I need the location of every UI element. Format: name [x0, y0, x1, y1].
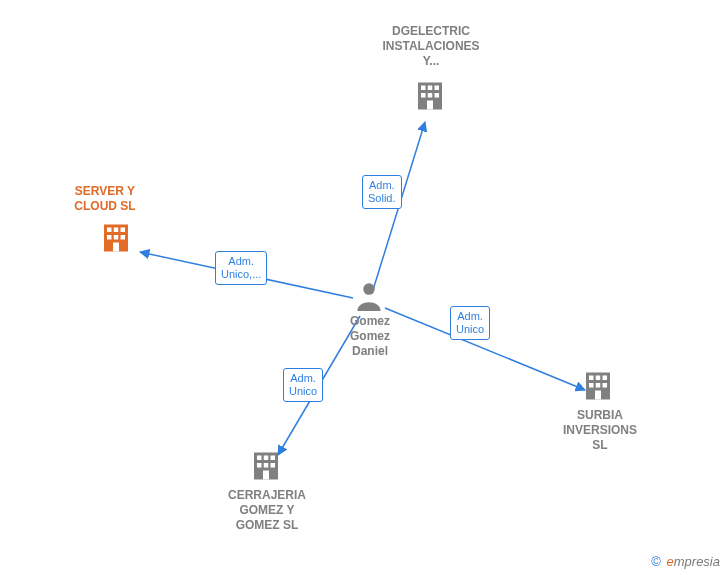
svg-rect-20: [603, 376, 608, 381]
svg-rect-27: [264, 456, 269, 461]
svg-rect-18: [589, 376, 594, 381]
node-right-label: SURBIA INVERSIONS SL: [555, 408, 645, 453]
brand-logo: empresia: [667, 554, 720, 569]
svg-rect-15: [121, 235, 126, 240]
node-left-label: SERVER Y CLOUD SL: [60, 184, 150, 214]
building-icon: [580, 368, 616, 408]
edge-label-top: Adm. Solid.: [362, 175, 402, 209]
center-person-label: Gomez Gomez Daniel: [340, 314, 400, 359]
svg-rect-21: [589, 383, 594, 388]
svg-rect-30: [264, 463, 269, 468]
building-icon: [412, 78, 448, 118]
svg-rect-23: [603, 383, 608, 388]
svg-rect-4: [435, 86, 440, 91]
svg-rect-2: [421, 86, 426, 91]
svg-rect-29: [257, 463, 262, 468]
svg-rect-28: [271, 456, 276, 461]
edge-label-bottom: Adm. Unico: [283, 368, 323, 402]
svg-rect-26: [257, 456, 262, 461]
edge-label-left: Adm. Unico,...: [215, 251, 267, 285]
svg-rect-7: [435, 93, 440, 98]
svg-rect-6: [428, 93, 433, 98]
svg-rect-5: [421, 93, 426, 98]
svg-rect-24: [595, 391, 601, 400]
copyright: © empresia: [651, 554, 720, 569]
building-icon: [248, 448, 284, 488]
person-icon: [355, 281, 383, 315]
svg-rect-22: [596, 383, 601, 388]
copyright-icon: ©: [651, 554, 661, 569]
svg-rect-14: [114, 235, 119, 240]
svg-rect-8: [427, 101, 433, 110]
svg-rect-32: [263, 471, 269, 480]
svg-rect-31: [271, 463, 276, 468]
svg-rect-11: [114, 228, 119, 233]
svg-point-0: [363, 283, 375, 295]
node-bottom-label: CERRAJERIA GOMEZ Y GOMEZ SL: [222, 488, 312, 533]
relationship-diagram: Gomez Gomez Daniel DGELECTRIC INSTALACIO…: [0, 0, 728, 575]
building-icon: [98, 220, 134, 260]
svg-rect-13: [107, 235, 112, 240]
node-top-label: DGELECTRIC INSTALACIONES Y...: [376, 24, 486, 69]
svg-rect-19: [596, 376, 601, 381]
edge-label-right: Adm. Unico: [450, 306, 490, 340]
svg-rect-16: [113, 243, 119, 252]
svg-rect-3: [428, 86, 433, 91]
svg-rect-12: [121, 228, 126, 233]
svg-rect-10: [107, 228, 112, 233]
